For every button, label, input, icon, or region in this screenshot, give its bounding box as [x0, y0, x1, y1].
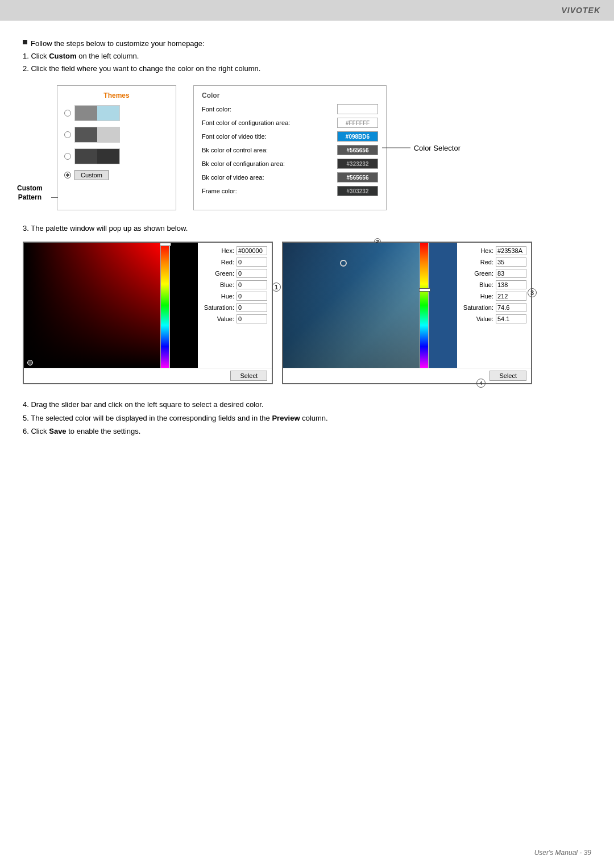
color-label-3: Bk color of control area: — [202, 147, 333, 153]
green-input-left[interactable] — [237, 269, 267, 278]
sat-row-right: Saturation: — [462, 303, 526, 312]
hue-input-right[interactable] — [496, 292, 526, 301]
color-swatch-4[interactable]: #323232 — [337, 159, 378, 169]
val-label-right: Value: — [462, 315, 493, 322]
val-input-right[interactable] — [496, 314, 526, 323]
blue-row-right: Blue: — [462, 280, 526, 289]
header: VIVOTEK — [0, 0, 614, 20]
val-input-left[interactable] — [237, 314, 267, 323]
sat-row-left: Saturation: — [202, 303, 267, 312]
color-preview-left — [169, 243, 198, 368]
hue-input-left[interactable] — [237, 292, 267, 301]
color-gradient-right[interactable] — [283, 243, 420, 368]
color-title: Color — [202, 92, 378, 99]
red-label-left: Red: — [202, 259, 234, 265]
color-label-1: Font color of configuration area: — [202, 119, 333, 126]
badge-4: 4 — [476, 379, 486, 388]
blue-label-left: Blue: — [202, 281, 234, 288]
color-swatch-0[interactable] — [337, 104, 378, 114]
green-label-right: Green: — [462, 270, 493, 277]
page: VIVOTEK Follow the steps below to custom… — [0, 0, 614, 868]
theme-preview-3 — [74, 148, 120, 164]
hex-input-left[interactable] — [237, 246, 267, 255]
val-row-right: Value: — [462, 314, 526, 323]
hue-label-right: Hue: — [462, 293, 493, 300]
instructions-block: Follow the steps below to customize your… — [23, 38, 591, 75]
color-panel: Color Font color: Font color of configur… — [193, 85, 387, 210]
green-row-left: Green: — [202, 269, 267, 278]
hex-label-right: Hex: — [462, 247, 493, 254]
custom-row: Custom — [64, 170, 169, 180]
red-row-right: Red: — [462, 258, 526, 267]
badge-4-wrapper: 4 — [476, 379, 486, 388]
select-button-left[interactable]: Select — [230, 371, 267, 381]
radio-custom[interactable] — [64, 172, 71, 178]
sat-input-left[interactable] — [237, 303, 267, 312]
color-swatch-6[interactable]: #303232 — [337, 186, 378, 196]
sat-input-right[interactable] — [496, 303, 526, 312]
val-row-left: Value: — [202, 314, 267, 323]
palette-top-left: Hex: Red: Green: Blue: — [24, 243, 272, 368]
bottom-circle-left — [27, 360, 33, 366]
palette-top-right: Hex: Red: Green: Blue: — [283, 243, 531, 368]
steps-bottom: 4. Drag the slider bar and click on the … — [23, 398, 591, 438]
red-input-right[interactable] — [496, 258, 526, 267]
hex-row-right: Hex: — [462, 246, 526, 255]
content-area: Follow the steps below to customize your… — [0, 20, 614, 455]
blue-input-left[interactable] — [237, 280, 267, 289]
theme2-right — [97, 127, 119, 142]
custom-button[interactable]: Custom — [74, 170, 109, 180]
step4: 4. Drag the slider bar and click on the … — [23, 398, 591, 411]
theme-row-2 — [64, 127, 169, 143]
footer-text: User's Manual - 39 — [534, 849, 591, 857]
radio-theme1[interactable] — [64, 110, 71, 117]
red-input-left[interactable] — [237, 258, 267, 267]
hue-row-left: Hue: — [202, 292, 267, 301]
badge-1: 1 — [272, 283, 281, 292]
color-swatch-2[interactable]: #098BD6 — [337, 131, 378, 142]
hue-slider-right[interactable] — [420, 243, 429, 368]
palette-fields-left: Hex: Red: Green: Blue: — [198, 243, 272, 368]
color-gradient-left[interactable] — [24, 243, 160, 368]
theme3-right — [97, 149, 119, 164]
blue-input-right[interactable] — [496, 280, 526, 289]
bullet-icon — [23, 40, 27, 44]
red-row-left: Red: — [202, 258, 267, 267]
slider-thumb-right[interactable] — [419, 288, 430, 292]
blue-row-left: Blue: — [202, 280, 267, 289]
red-label-right: Red: — [462, 259, 493, 265]
sat-label-right: Saturation: — [462, 304, 493, 311]
green-input-right[interactable] — [496, 269, 526, 278]
palette-window-left: Hex: Red: Green: Blue: — [23, 242, 273, 384]
color-label-0: Font color: — [202, 106, 333, 113]
select-button-right[interactable]: Select — [489, 371, 526, 381]
page-footer: User's Manual - 39 — [534, 849, 591, 857]
slider-thumb-left[interactable] — [160, 243, 171, 246]
save-bold: Save — [49, 427, 66, 435]
badge-3: 3 — [528, 288, 537, 297]
radio-theme2[interactable] — [64, 131, 71, 138]
theme2-left — [75, 127, 97, 142]
color-swatch-1[interactable]: #FFFFFF — [337, 118, 378, 128]
hue-slider-left[interactable] — [160, 243, 169, 368]
hue-row-right: Hue: — [462, 292, 526, 301]
theme-row-3 — [64, 148, 169, 164]
theme-preview-2 — [74, 127, 120, 143]
radio-theme3[interactable] — [64, 153, 71, 160]
color-selector-annotation: Color Selector — [382, 144, 460, 152]
vivotek-logo: VIVOTEK — [562, 6, 600, 15]
green-label-left: Green: — [202, 270, 234, 277]
blue-label-right: Blue: — [462, 281, 493, 288]
color-label-6: Frame color: — [202, 188, 333, 194]
preview-bold: Preview — [272, 414, 300, 422]
custom-pattern-label: CustomPattern — [17, 184, 43, 203]
color-selector-label: Color Selector — [414, 144, 460, 152]
color-swatch-5[interactable]: #565656 — [337, 172, 378, 182]
color-panel-wrapper: Color Font color: Font color of configur… — [193, 85, 387, 210]
color-swatch-3[interactable]: #565656 — [337, 145, 378, 155]
palette-bottom-right: Select — [283, 368, 531, 383]
hex-input-right[interactable] — [496, 246, 526, 255]
theme1-left — [75, 106, 97, 121]
palette-fields-right: Hex: Red: Green: Blue: — [457, 243, 531, 368]
color-row-1: Font color of configuration area: #FFFFF… — [202, 118, 378, 128]
